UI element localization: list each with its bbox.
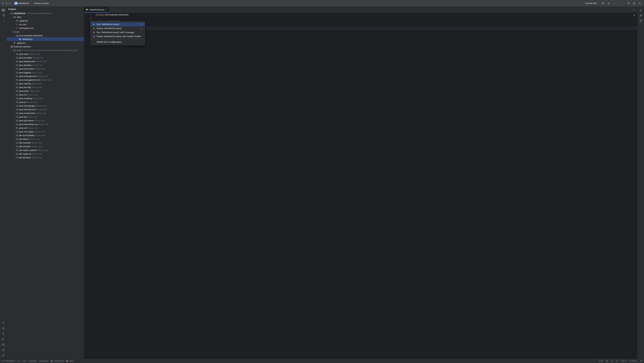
breadcrumb-item[interactable]: src <box>17 360 20 362</box>
ai-assistant-button[interactable] <box>1 321 6 325</box>
zoom-window[interactable] <box>9 2 11 4</box>
lib-java.se[interactable]: ›java.selibrary root <box>7 100 84 104</box>
editor-gutter[interactable]: 12345678 <box>84 13 94 359</box>
vcs-tool-button[interactable] <box>1 332 6 336</box>
project-tool-button[interactable] <box>1 8 6 12</box>
run-config-selector[interactable]: Current File ⌄ <box>584 1 600 5</box>
idea-folder[interactable]: ⌄.idea <box>7 15 84 19</box>
tree-arrow[interactable]: › <box>14 83 16 84</box>
lib-java.management[interactable]: ›java.managementlibrary root <box>7 74 84 78</box>
external-libraries[interactable]: ⌄External Libraries <box>7 45 84 48</box>
gutter-line[interactable]: 1 <box>84 13 94 16</box>
debug-button[interactable] <box>607 1 611 6</box>
notifications-tool-button[interactable] <box>638 8 643 12</box>
breadcrumb-item[interactable]: HelloWorld <box>5 360 14 362</box>
tree-arrow[interactable]: › <box>14 157 16 158</box>
editor-tab[interactable]: C HelloWorld.java ✕ <box>84 7 109 13</box>
structure-tool-button[interactable] <box>1 13 6 18</box>
code-line[interactable]: } <box>96 37 637 40</box>
lib-java.naming[interactable]: ›java.naminglibrary root <box>7 82 84 85</box>
breadcrumb-item[interactable]: HelloWorld <box>54 360 63 362</box>
minimize-window[interactable] <box>6 2 8 4</box>
find-tool-button[interactable] <box>1 326 6 331</box>
code-with-me-button[interactable] <box>626 1 630 6</box>
jdk-node[interactable]: ⌄< 21 >/Users/helenscott/Library/Java/Ja… <box>7 48 84 52</box>
tree-arrow[interactable]: ⌄ <box>11 31 13 33</box>
src-folder[interactable]: ⌄src <box>7 30 84 34</box>
popup-item-debug[interactable]: Debug 'HelloWorld.main()'⌃⇧D <box>90 26 145 30</box>
problems-tool-button[interactable] <box>1 348 6 352</box>
lib-java.sql[interactable]: ›java.sqllibrary root <box>7 115 84 119</box>
lib-java.xml.crypto[interactable]: ›java.xml.cryptolibrary root <box>7 130 84 134</box>
tree-arrow[interactable]: › <box>14 94 16 96</box>
tree-arrow[interactable]: › <box>14 75 16 77</box>
tree-arrow[interactable]: › <box>14 146 16 148</box>
lib-java.instrument[interactable]: ›java.instrumentlibrary root <box>7 67 84 70</box>
lib-jdk.accessibility[interactable]: ›jdk.accessibilitylibrary root <box>7 134 84 137</box>
breadcrumb-item[interactable]: com <box>22 360 26 362</box>
breadcrumb-item[interactable]: example <box>29 360 36 362</box>
lib-jdk.attach[interactable]: ›jdk.attachlibrary root <box>7 137 84 141</box>
tree-arrow[interactable]: › <box>14 108 16 110</box>
lib-jdk.charsets[interactable]: ›jdk.charsetslibrary root <box>7 141 84 144</box>
gitignore-file[interactable]: .gitignore <box>7 41 84 45</box>
tree-arrow[interactable]: › <box>14 127 16 129</box>
tree-arrow[interactable]: › <box>14 123 16 125</box>
code-line[interactable]: System.out.println("Hello, World!"); <box>96 26 637 30</box>
lib-java.compiler[interactable]: ›java.compilerlibrary root <box>7 56 84 60</box>
readonly-lock-icon[interactable] <box>640 360 642 362</box>
tree-arrow[interactable]: ⌄ <box>11 16 13 18</box>
lib-jdk.crypto.cryptoki[interactable]: ›jdk.crypto.cryptokilibrary root <box>7 148 84 152</box>
caret-position[interactable]: 5:40 <box>599 360 603 362</box>
tree-arrow[interactable]: › <box>14 72 16 74</box>
popup-item-profile[interactable]: Profile 'HelloWorld.main()' with 'Intell… <box>90 34 145 38</box>
code-line[interactable] <box>96 16 637 20</box>
popup-item-run[interactable]: Run 'HelloWorld.main()'⌃⇧R <box>90 22 145 26</box>
file-encoding[interactable]: UTF-8 <box>621 360 626 362</box>
code-line[interactable]: } <box>96 30 637 33</box>
close-window[interactable] <box>2 2 4 4</box>
vcs-widget[interactable]: Version control ⌄ <box>33 1 52 5</box>
project-tree[interactable]: ⌄HelloWorld~/IdeaProjects/HelloWorld⌄.id… <box>7 12 84 359</box>
close-tab-button[interactable]: ✕ <box>105 8 107 11</box>
tree-arrow[interactable]: › <box>14 131 16 132</box>
gutter-line[interactable]: 2 <box>84 16 94 20</box>
database-tool-button[interactable] <box>638 18 643 23</box>
tree-arrow[interactable]: › <box>14 138 16 140</box>
lib-java.security.jgss[interactable]: ›java.security.jgsslibrary root <box>7 104 84 108</box>
tree-arrow[interactable]: › <box>14 98 16 99</box>
ai-side-button[interactable] <box>638 13 643 18</box>
modify-run-config-item[interactable]: Modify Run Configuration… <box>90 40 145 44</box>
breadcrumb-item[interactable]: helloworld <box>39 360 48 362</box>
search-everywhere-button[interactable] <box>632 1 636 6</box>
code-line[interactable]: package com.example.helloworld; <box>96 13 637 16</box>
editor-code[interactable]: package com.example.helloworld;public cl… <box>94 13 637 359</box>
lib-java.management.rmi[interactable]: ›java.management.rmilibrary root <box>7 78 84 82</box>
lib-java.net.http[interactable]: ›java.net.httplibrary root <box>7 85 84 89</box>
tree-arrow[interactable]: › <box>14 112 16 114</box>
project-tool-header[interactable]: Project ⌄ <box>7 7 84 12</box>
tree-arrow[interactable]: › <box>14 68 16 70</box>
project-selector[interactable]: HW HelloWorld ⌄ <box>14 1 32 6</box>
lib-java.sql.rowset[interactable]: ›java.sql.rowsetlibrary root <box>7 119 84 122</box>
services-tool-button[interactable] <box>1 337 6 342</box>
editor[interactable]: 12345678 package com.example.helloworld;… <box>84 13 637 359</box>
lib-jdk.dynalink[interactable]: ›jdk.dynalinklibrary root <box>7 156 84 159</box>
lib-jdk.compiler[interactable]: ›jdk.compilerlibrary root <box>7 144 84 148</box>
power-save-icon[interactable] <box>611 360 613 362</box>
tree-arrow[interactable]: › <box>14 142 16 144</box>
run-button[interactable] <box>601 1 605 6</box>
file-.gitignore[interactable]: .gitignore <box>7 19 84 22</box>
class-file[interactable]: CHelloWorld <box>7 37 84 41</box>
indent-setting[interactable]: 4 spaces <box>629 360 637 362</box>
lib-java.transaction.xa[interactable]: ›java.transaction.xalibrary root <box>7 122 84 126</box>
tree-arrow[interactable]: › <box>14 116 16 118</box>
tree-arrow[interactable]: › <box>14 134 16 136</box>
tree-arrow[interactable]: › <box>14 86 16 88</box>
more-tool-windows-button[interactable] <box>1 18 6 23</box>
ai-status-icon[interactable] <box>606 360 608 362</box>
tree-arrow[interactable]: › <box>14 64 16 66</box>
tree-arrow[interactable]: › <box>14 153 16 155</box>
tree-arrow[interactable]: ⌄ <box>11 50 13 51</box>
lib-java.datatransfer[interactable]: ›java.datatransferlibrary root <box>7 60 84 63</box>
